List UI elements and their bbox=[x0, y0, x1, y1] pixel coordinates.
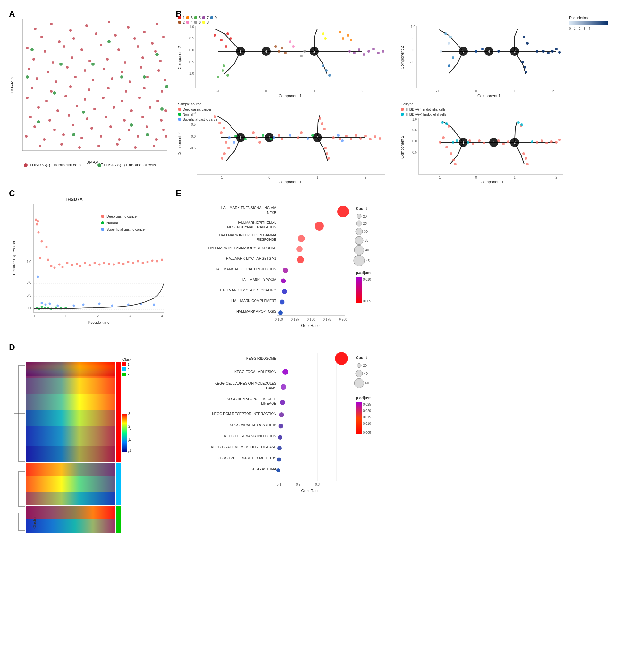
svg-point-249 bbox=[178, 118, 181, 121]
svg-point-358 bbox=[558, 139, 561, 141]
svg-point-365 bbox=[520, 123, 523, 126]
svg-point-412 bbox=[151, 260, 153, 262]
svg-text:1: 1 bbox=[574, 27, 576, 30]
svg-text:HALLMARK APOPTOSIS: HALLMARK APOPTOSIS bbox=[236, 309, 276, 313]
svg-point-592 bbox=[276, 469, 280, 472]
svg-point-43 bbox=[158, 69, 160, 72]
svg-text:1.0: 1.0 bbox=[190, 25, 194, 28]
svg-point-355 bbox=[546, 142, 548, 144]
svg-point-580 bbox=[280, 400, 285, 405]
svg-point-398 bbox=[84, 262, 86, 264]
svg-point-99 bbox=[155, 138, 158, 141]
svg-point-184 bbox=[377, 52, 380, 54]
svg-point-288 bbox=[326, 152, 328, 155]
svg-rect-543 bbox=[26, 492, 115, 505]
svg-point-177 bbox=[222, 65, 225, 67]
svg-point-191 bbox=[281, 47, 284, 49]
svg-rect-546 bbox=[116, 505, 121, 506]
svg-point-273 bbox=[225, 141, 227, 144]
svg-point-278 bbox=[255, 136, 258, 139]
svg-point-429 bbox=[45, 304, 47, 306]
svg-point-392 bbox=[58, 264, 60, 266]
svg-point-283 bbox=[300, 131, 302, 134]
svg-text:0.5: 0.5 bbox=[412, 128, 417, 132]
svg-text:HALLMARK ALLOGRAFT REJECTION: HALLMARK ALLOGRAFT REJECTION bbox=[215, 267, 276, 271]
svg-point-16 bbox=[114, 34, 117, 37]
svg-text:MESENCHYMAL TRANSITION: MESENCHYMAL TRANSITION bbox=[227, 225, 276, 229]
svg-point-140 bbox=[186, 21, 189, 24]
svg-point-394 bbox=[66, 262, 69, 264]
svg-text:2: 2 bbox=[128, 368, 129, 371]
svg-point-97 bbox=[118, 138, 121, 141]
svg-point-136 bbox=[210, 16, 213, 19]
svg-text:0: 0 bbox=[475, 90, 477, 93]
svg-point-101 bbox=[39, 145, 41, 147]
svg-point-411 bbox=[147, 261, 149, 263]
hallmark-dotplot: HALLMARK TNFA SIGNALING VIA NFKB HALLMAR… bbox=[176, 194, 446, 341]
svg-point-295 bbox=[359, 137, 362, 140]
svg-text:2: 2 bbox=[579, 27, 581, 30]
svg-text:KEGG VIRAL MYOCARDITIS: KEGG VIRAL MYOCARDITIS bbox=[229, 423, 276, 427]
svg-point-54 bbox=[69, 85, 72, 88]
svg-text:1: 1 bbox=[128, 363, 129, 366]
svg-point-102 bbox=[60, 143, 63, 146]
svg-point-291 bbox=[339, 138, 341, 140]
svg-point-60 bbox=[26, 96, 28, 99]
svg-text:0.3: 0.3 bbox=[315, 483, 320, 486]
svg-text:3: 3 bbox=[128, 373, 129, 377]
svg-point-190 bbox=[277, 50, 280, 53]
svg-point-304 bbox=[311, 134, 314, 137]
svg-point-124 bbox=[24, 163, 28, 167]
svg-point-243 bbox=[525, 71, 527, 73]
svg-point-32 bbox=[106, 58, 109, 61]
svg-point-52 bbox=[31, 87, 33, 90]
svg-point-64 bbox=[102, 96, 104, 99]
svg-text:0.175: 0.175 bbox=[323, 318, 331, 321]
svg-point-94 bbox=[62, 134, 65, 136]
svg-point-388 bbox=[39, 257, 41, 259]
svg-text:HALLMARK MYC TARGETS V1: HALLMARK MYC TARGETS V1 bbox=[226, 257, 276, 260]
svg-point-38 bbox=[66, 66, 69, 69]
svg-point-399 bbox=[89, 264, 91, 266]
svg-point-284 bbox=[319, 117, 321, 120]
svg-point-170 bbox=[339, 31, 341, 33]
svg-text:p.adjust: p.adjust bbox=[356, 271, 371, 275]
svg-rect-541 bbox=[26, 463, 115, 476]
svg-point-186 bbox=[322, 65, 324, 67]
svg-point-91 bbox=[162, 128, 165, 131]
svg-rect-551 bbox=[122, 414, 127, 452]
svg-point-128 bbox=[178, 16, 181, 19]
svg-point-395 bbox=[71, 264, 73, 266]
svg-point-351 bbox=[525, 157, 527, 160]
svg-point-269 bbox=[214, 115, 216, 118]
svg-point-185 bbox=[382, 50, 384, 53]
svg-point-224 bbox=[440, 50, 442, 53]
svg-point-69 bbox=[56, 109, 59, 112]
svg-point-353 bbox=[536, 141, 538, 144]
svg-text:RESPONSE: RESPONSE bbox=[257, 238, 276, 241]
svg-point-110 bbox=[143, 75, 146, 78]
svg-point-174 bbox=[221, 69, 224, 72]
svg-text:0: 0 bbox=[569, 27, 571, 30]
svg-rect-557 bbox=[122, 362, 126, 366]
panel-c: C THSD7A 3.0 1.0 0.3 0.1 Relative Expres… bbox=[6, 186, 173, 340]
svg-point-350 bbox=[522, 152, 525, 155]
svg-point-387 bbox=[46, 246, 48, 248]
svg-point-28 bbox=[32, 58, 35, 61]
svg-point-171 bbox=[342, 37, 344, 40]
svg-point-236 bbox=[542, 50, 545, 53]
svg-text:Normal: Normal bbox=[106, 221, 118, 225]
svg-text:0.020: 0.020 bbox=[363, 409, 371, 413]
svg-text:0: 0 bbox=[475, 176, 477, 179]
svg-point-289 bbox=[328, 157, 330, 160]
svg-point-363 bbox=[467, 141, 469, 144]
svg-rect-561 bbox=[122, 373, 126, 377]
svg-point-300 bbox=[234, 135, 237, 137]
svg-text:1.0: 1.0 bbox=[411, 25, 415, 28]
svg-text:KEGG CELL ADHESION MOLECULES: KEGG CELL ADHESION MOLECULES bbox=[215, 382, 276, 385]
svg-point-432 bbox=[73, 305, 75, 307]
svg-point-196 bbox=[303, 50, 306, 53]
svg-point-337 bbox=[445, 146, 448, 148]
svg-rect-548 bbox=[26, 506, 115, 519]
svg-text:Superficial gastric cancer: Superficial gastric cancer bbox=[183, 118, 219, 121]
